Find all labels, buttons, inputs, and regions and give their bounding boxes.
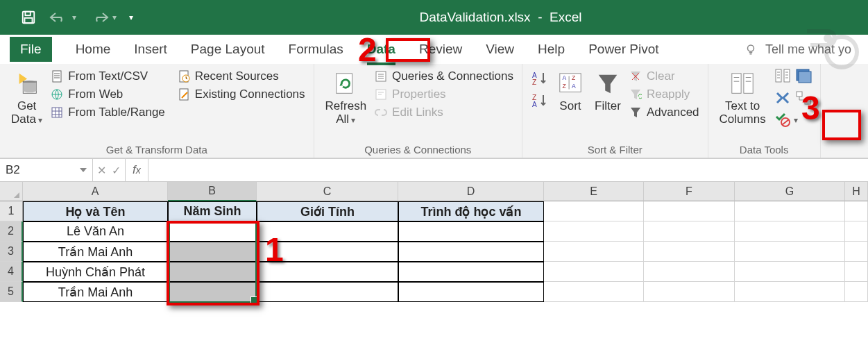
cell-D5[interactable] [398,282,544,302]
from-web-button[interactable]: From Web [51,87,165,101]
tab-file[interactable]: File [10,37,52,62]
cell-E3[interactable] [544,242,644,262]
col-header-G[interactable]: G [735,182,845,201]
col-header-C[interactable]: C [257,182,398,201]
refresh-all-button[interactable]: RefreshAll ▾ [323,68,370,126]
cell-H3[interactable] [845,242,868,262]
quick-access-toolbar: ▾ ▾ ▾ [0,10,133,25]
col-header-E[interactable]: E [544,182,644,201]
col-header-H[interactable]: H [845,182,868,201]
cell-D2[interactable] [398,221,544,242]
row-header-4[interactable]: 4 [0,262,23,282]
cell-C5[interactable] [257,282,398,302]
queries-connections-button[interactable]: Queries & Connections [375,69,513,83]
existing-connections-icon [178,88,190,101]
flash-fill-icon[interactable] [774,68,791,86]
tab-formulas[interactable]: Formulas [289,37,343,61]
cell-A2[interactable]: Lê Văn An [23,221,168,242]
tab-help[interactable]: Help [538,37,565,61]
cell-F3[interactable] [644,242,735,262]
col-header-B[interactable]: B [168,182,257,201]
cell-F2[interactable] [644,221,735,242]
recent-sources-button[interactable]: Recent Sources [178,69,305,83]
svg-rect-10 [52,108,62,117]
cell-F5[interactable] [644,282,735,302]
cell-A1[interactable]: Họ và Tên [23,201,168,221]
cell-H4[interactable] [845,262,868,282]
row-header-2[interactable]: 2 [0,221,23,242]
sort-desc-icon: ZA [531,93,549,108]
svg-text:A: A [532,101,537,108]
get-data-button[interactable]: GetData ▾ [8,68,45,126]
fx-icon[interactable]: fx [126,159,148,181]
tab-view[interactable]: View [486,37,514,61]
row-header-5[interactable]: 5 [0,282,23,302]
save-icon[interactable] [21,10,36,25]
cell-E5[interactable] [544,282,644,302]
cell-D3[interactable] [398,242,544,262]
advanced-filter-button[interactable]: Advanced [629,106,699,119]
data-validation-button[interactable]: ▾ [774,112,798,128]
row-header-1[interactable]: 1 [0,201,23,221]
tab-page-layout[interactable]: Page Layout [191,37,265,61]
cell-C1[interactable]: Giới Tính [257,201,398,221]
svg-text:Z: Z [563,83,566,90]
undo-icon[interactable]: ▾ [49,11,76,24]
cell-E1[interactable] [544,201,644,221]
col-header-F[interactable]: F [644,182,735,201]
from-table-range-button[interactable]: From Table/Range [51,106,165,119]
cell-D4[interactable] [398,262,544,282]
tab-review[interactable]: Review [419,37,462,61]
cell-F4[interactable] [644,262,735,282]
svg-rect-26 [732,74,741,94]
cell-G2[interactable] [735,221,845,242]
text-to-columns-button[interactable]: Text toColumns [717,68,769,126]
sort-icon: AZZA [557,71,584,97]
sort-asc-icon: AZ [531,71,549,86]
svg-rect-13 [180,89,188,100]
cell-E4[interactable] [544,262,644,282]
cell-B3[interactable] [168,242,257,262]
name-box[interactable]: B2 [0,159,93,181]
tab-power-pivot[interactable]: Power Pivot [588,37,658,61]
sort-button[interactable]: AZZA Sort [554,68,586,113]
tab-insert[interactable]: Insert [134,37,167,61]
cell-G4[interactable] [735,262,845,282]
spreadsheet-grid[interactable]: A B C D E F G H 1 Họ và Tên Năm Sinh Giớ… [0,182,868,302]
queries-connections-icon [375,70,387,83]
cell-B5[interactable] [168,282,257,302]
cell-A5[interactable]: Trần Mai Anh [23,282,168,302]
sort-asc-button[interactable]: AZ [531,71,549,86]
formula-input[interactable] [148,159,868,181]
sort-desc-button[interactable]: ZA [531,93,549,108]
row-header-3[interactable]: 3 [0,242,23,262]
cell-G1[interactable] [735,201,845,221]
consolidate-icon[interactable] [774,90,791,108]
cell-B4[interactable] [168,262,257,282]
cell-E2[interactable] [544,221,644,242]
cell-H2[interactable] [845,221,868,242]
select-all-triangle[interactable] [0,182,23,201]
reapply-icon [629,88,642,101]
cell-B2[interactable] [168,221,257,242]
cell-G5[interactable] [735,282,845,302]
cell-H5[interactable] [845,282,868,302]
cell-G3[interactable] [735,242,845,262]
from-text-csv-button[interactable]: From Text/CSV [51,69,165,83]
col-header-A[interactable]: A [23,182,168,201]
filter-button[interactable]: Filter [592,68,624,113]
col-header-D[interactable]: D [398,182,544,201]
cell-A4[interactable]: Huỳnh Chấn Phát [23,262,168,282]
tab-home[interactable]: Home [76,37,111,61]
cell-A3[interactable]: Trần Mai Anh [23,242,168,262]
redo-icon[interactable]: ▾ [89,11,117,24]
existing-connections-button[interactable]: Existing Connections [178,87,305,101]
filter-icon [595,71,621,97]
get-data-label: GetData [11,99,36,126]
cell-D1[interactable]: Trình độ học vấn [398,201,544,221]
cell-B1[interactable]: Năm Sinh [168,201,257,221]
cell-H1[interactable] [845,201,868,221]
cell-F1[interactable] [644,201,735,221]
svg-rect-2 [25,18,33,23]
title-filename: DataValidation.xlsx [419,10,530,24]
